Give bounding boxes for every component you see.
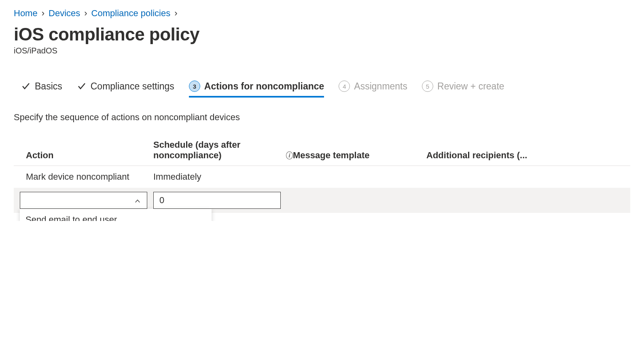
step-actions-noncompliance[interactable]: 3 Actions for noncompliance bbox=[189, 81, 324, 98]
step-assignments[interactable]: 4 Assignments bbox=[339, 81, 407, 98]
chevron-right-icon: › bbox=[42, 8, 44, 19]
section-description: Specify the sequence of actions on nonco… bbox=[14, 112, 630, 123]
action-dropdown[interactable] bbox=[20, 192, 147, 209]
table-header: Action Schedule (days after noncomplianc… bbox=[14, 135, 630, 166]
step-number-badge: 3 bbox=[189, 81, 200, 92]
header-template: Message template bbox=[293, 150, 426, 161]
option-send-email[interactable]: Send email to end user bbox=[20, 209, 212, 221]
header-schedule-text: Schedule (days after noncompliance) bbox=[153, 140, 284, 161]
step-basics[interactable]: Basics bbox=[21, 81, 62, 98]
breadcrumb: Home › Devices › Compliance policies › bbox=[14, 8, 630, 19]
table-row: Mark device noncompliant Immediately bbox=[14, 166, 630, 188]
header-recipients: Additional recipients (... bbox=[426, 150, 618, 161]
page-title: iOS compliance policy bbox=[14, 24, 630, 45]
step-compliance-settings[interactable]: Compliance settings bbox=[77, 81, 174, 98]
cell-schedule: Immediately bbox=[153, 172, 293, 182]
action-dropdown-menu: Send email to end user Send push notific… bbox=[20, 209, 212, 221]
step-label: Review + create bbox=[437, 81, 504, 92]
step-tabs: Basics Compliance settings 3 Actions for… bbox=[14, 81, 630, 98]
step-label: Compliance settings bbox=[91, 81, 174, 92]
header-schedule: Schedule (days after noncompliance) i bbox=[153, 140, 293, 161]
info-icon[interactable]: i bbox=[286, 151, 293, 159]
check-icon bbox=[21, 81, 31, 91]
page-subtitle: iOS/iPadOS bbox=[14, 46, 630, 55]
chevron-right-icon: › bbox=[84, 8, 87, 19]
step-label: Assignments bbox=[354, 81, 407, 92]
check-icon bbox=[77, 81, 87, 91]
header-action: Action bbox=[26, 150, 153, 161]
chevron-up-icon bbox=[134, 197, 141, 204]
step-label: Actions for noncompliance bbox=[204, 81, 324, 92]
step-number-badge: 4 bbox=[339, 81, 350, 92]
breadcrumb-home[interactable]: Home bbox=[14, 8, 38, 19]
chevron-right-icon: › bbox=[174, 8, 177, 19]
actions-table: Action Schedule (days after noncomplianc… bbox=[14, 135, 630, 213]
breadcrumb-devices[interactable]: Devices bbox=[49, 8, 80, 19]
table-input-row: Send email to end user Send push notific… bbox=[14, 188, 630, 213]
breadcrumb-compliance-policies[interactable]: Compliance policies bbox=[91, 8, 171, 19]
step-review-create[interactable]: 5 Review + create bbox=[422, 81, 504, 98]
schedule-input[interactable] bbox=[153, 192, 281, 209]
cell-action: Mark device noncompliant bbox=[26, 172, 153, 182]
step-label: Basics bbox=[35, 81, 62, 92]
step-number-badge: 5 bbox=[422, 81, 433, 92]
